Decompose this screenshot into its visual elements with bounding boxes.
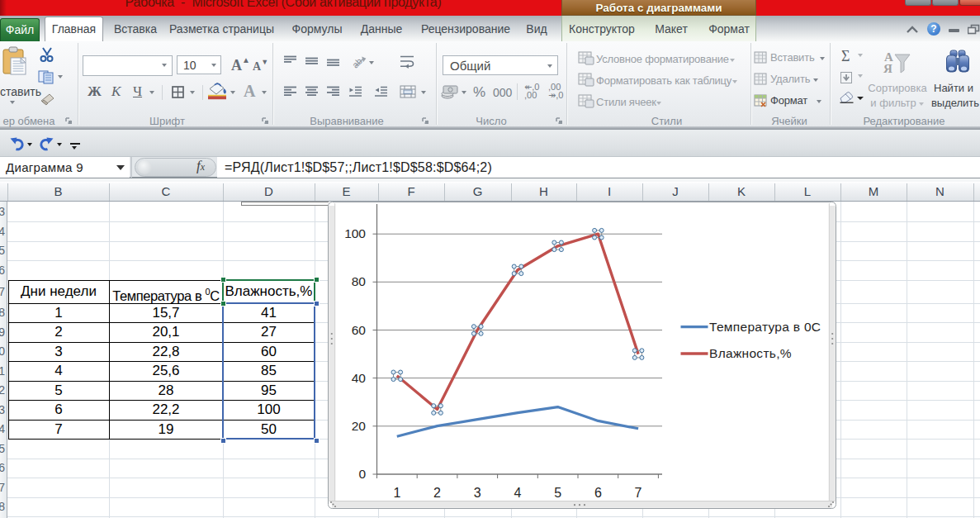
svg-text:100: 100 xyxy=(344,226,366,240)
svg-text:2: 2 xyxy=(433,486,441,500)
svg-text:1: 1 xyxy=(393,486,400,500)
svg-text:ab: ab xyxy=(351,56,364,69)
svg-text:4: 4 xyxy=(514,486,521,500)
svg-text:3: 3 xyxy=(474,486,481,500)
svg-text:6: 6 xyxy=(594,486,602,500)
svg-text:7: 7 xyxy=(635,486,642,500)
svg-text:80: 80 xyxy=(352,274,367,288)
svg-text:Я: Я xyxy=(883,62,892,75)
svg-text:5: 5 xyxy=(554,486,561,500)
svg-text:40: 40 xyxy=(352,371,367,385)
svg-text:0: 0 xyxy=(358,467,366,481)
svg-text:Влажность,%: Влажность,% xyxy=(709,346,792,360)
svg-text:Температура в 0С: Температура в 0С xyxy=(709,320,821,334)
svg-text:20: 20 xyxy=(352,419,367,433)
svg-text:60: 60 xyxy=(352,323,367,337)
